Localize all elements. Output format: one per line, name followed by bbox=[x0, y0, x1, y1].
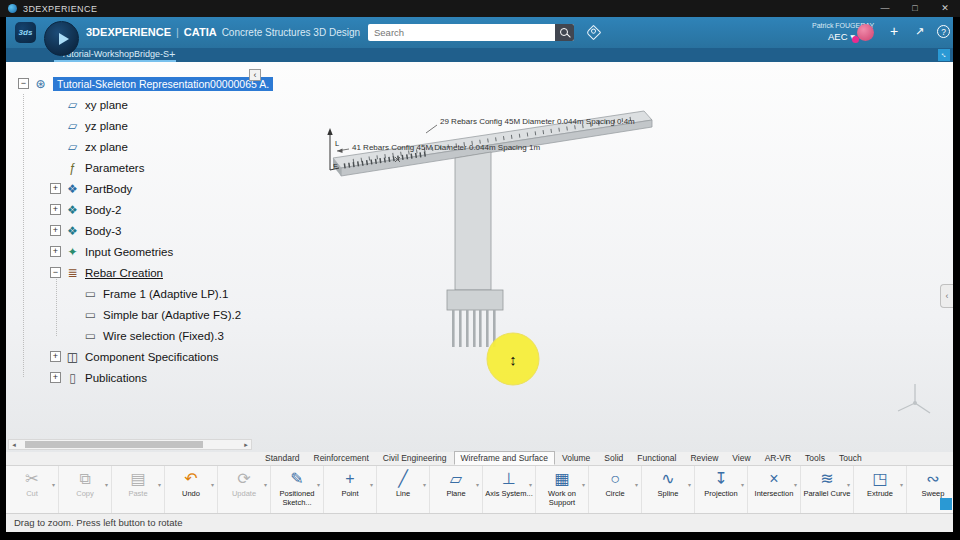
tree-item[interactable]: +◫Component Specifications bbox=[6, 346, 306, 367]
search-input[interactable] bbox=[368, 24, 555, 41]
viewport-area[interactable]: 29 Rebars Config 45M Diameter 0.044m Spa… bbox=[6, 62, 953, 452]
chevron-down-icon[interactable]: ▾ bbox=[476, 481, 479, 488]
chevron-down-icon[interactable]: ▾ bbox=[264, 481, 267, 488]
chevron-down-icon[interactable]: ▾ bbox=[158, 481, 161, 488]
axis-system-button[interactable]: ⊥▾Axis System... bbox=[483, 466, 536, 513]
ribbon-tab-reinforcement[interactable]: Reinforcement bbox=[307, 451, 376, 465]
tree-expander[interactable]: − bbox=[18, 78, 29, 89]
tree-item-label[interactable]: Input Geometries bbox=[85, 246, 173, 258]
pier-column[interactable] bbox=[455, 152, 491, 290]
chevron-down-icon[interactable]: ▾ bbox=[635, 481, 638, 488]
chevron-down-icon[interactable]: ▾ bbox=[688, 481, 691, 488]
extrude-button[interactable]: ◳▾Extrude bbox=[854, 466, 907, 513]
tree-item-label[interactable]: Component Specifications bbox=[85, 351, 219, 363]
projection-button[interactable]: ↧▾Projection bbox=[695, 466, 748, 513]
chevron-down-icon[interactable]: ▾ bbox=[423, 481, 426, 488]
tree-item[interactable]: +❖Body-3 bbox=[6, 220, 306, 241]
line-button[interactable]: ╱▾Line bbox=[377, 466, 430, 513]
minimize-button[interactable]: — bbox=[870, 0, 900, 17]
ribbon-tab-wireframe-and-surface[interactable]: Wireframe and Surface bbox=[454, 451, 555, 465]
tree-item-label[interactable]: Simple bar (Adaptive FS).2 bbox=[103, 309, 241, 321]
tree-item-label[interactable]: xy plane bbox=[85, 99, 128, 111]
chevron-down-icon[interactable]: ▾ bbox=[529, 481, 532, 488]
tree-item-label[interactable]: Frame 1 (Adaptive LP).1 bbox=[103, 288, 228, 300]
right-panel-handle[interactable]: ‹ bbox=[940, 284, 953, 308]
ribbon-tab-standard[interactable]: Standard bbox=[258, 451, 307, 465]
compass-button[interactable] bbox=[44, 21, 79, 56]
chevron-down-icon[interactable]: ▾ bbox=[847, 481, 850, 488]
tree-item[interactable]: ▱zx plane bbox=[6, 136, 306, 157]
tree-expander[interactable]: + bbox=[50, 183, 61, 194]
ribbon-tab-review[interactable]: Review bbox=[683, 451, 725, 465]
ribbon-tab-civil-engineering[interactable]: Civil Engineering bbox=[376, 451, 454, 465]
tag-icon[interactable] bbox=[586, 25, 602, 41]
annotation-rebar-config-2[interactable]: 41 Rebars Config 45M Diameter 0.044m Spa… bbox=[352, 143, 540, 152]
scroll-right-icon[interactable]: ▸ bbox=[241, 441, 251, 449]
tree-item-label[interactable]: Parameters bbox=[85, 162, 144, 174]
tree-item[interactable]: +✦Input Geometries bbox=[6, 241, 306, 262]
action-bar-overflow-button[interactable] bbox=[940, 498, 952, 510]
undo-button[interactable]: ↶▾Undo bbox=[165, 466, 218, 513]
new-tab-button[interactable]: + bbox=[169, 48, 175, 61]
chevron-down-icon[interactable]: ▾ bbox=[794, 481, 797, 488]
tree-item[interactable]: ƒParameters bbox=[6, 157, 306, 178]
tree-item[interactable]: ▭Simple bar (Adaptive FS).2 bbox=[6, 304, 306, 325]
ribbon-tab-view[interactable]: View bbox=[725, 451, 757, 465]
tree-item[interactable]: ▭Wire selection (Fixed).3 bbox=[6, 325, 306, 346]
tree-item-label[interactable]: Publications bbox=[85, 372, 147, 384]
ribbon-tab-ar-vr[interactable]: AR-VR bbox=[758, 451, 798, 465]
chevron-down-icon[interactable]: ▾ bbox=[582, 481, 585, 488]
help-button[interactable]: ? bbox=[937, 25, 950, 38]
tree-expander[interactable]: + bbox=[50, 225, 61, 236]
chevron-down-icon[interactable]: ▾ bbox=[370, 481, 373, 488]
tree-item[interactable]: +❖Body-2 bbox=[6, 199, 306, 220]
search-icon[interactable] bbox=[555, 24, 574, 41]
tree-item-label[interactable]: Rebar Creation bbox=[85, 267, 163, 279]
ribbon-tab-touch[interactable]: Touch bbox=[832, 451, 869, 465]
share-icon[interactable]: ↗ bbox=[915, 25, 924, 38]
view-compass-triad[interactable] bbox=[898, 384, 930, 413]
piles-group[interactable] bbox=[452, 310, 496, 347]
tree-expander[interactable]: + bbox=[50, 372, 61, 383]
scrollbar-track[interactable] bbox=[19, 440, 241, 449]
tree-expander[interactable]: − bbox=[50, 267, 61, 278]
tree-item-label[interactable]: PartBody bbox=[85, 183, 132, 195]
user-avatar[interactable] bbox=[857, 24, 874, 41]
tree-expander[interactable]: + bbox=[50, 246, 61, 257]
tree-item-label[interactable]: zx plane bbox=[85, 141, 128, 153]
search-bar[interactable] bbox=[368, 24, 574, 41]
point-button[interactable]: +▾Point bbox=[324, 466, 377, 513]
circle-button[interactable]: ○▾Circle bbox=[589, 466, 642, 513]
maximize-button[interactable]: □ bbox=[900, 0, 930, 17]
tree-item-label[interactable]: Body-2 bbox=[85, 204, 121, 216]
chevron-down-icon[interactable]: ▾ bbox=[900, 481, 903, 488]
pier-footing[interactable] bbox=[447, 290, 503, 310]
chevron-down-icon[interactable]: ▾ bbox=[317, 481, 320, 488]
tree-item-label[interactable]: Wire selection (Fixed).3 bbox=[103, 330, 224, 342]
chevron-down-icon[interactable]: ▾ bbox=[52, 481, 55, 488]
tree-horizontal-scrollbar[interactable]: ◂ ▸ bbox=[8, 439, 252, 450]
ribbon-tab-tools[interactable]: Tools bbox=[798, 451, 832, 465]
ribbon-tab-functional[interactable]: Functional bbox=[630, 451, 683, 465]
scrollbar-thumb[interactable] bbox=[25, 441, 203, 448]
intersection-button[interactable]: ×▾Intersection bbox=[748, 466, 801, 513]
collapse-tree-button[interactable]: ‹ bbox=[249, 69, 261, 81]
tree-root[interactable]: − ⊛ Tutorial-Skeleton Representation0000… bbox=[6, 73, 306, 94]
ribbon-tab-solid[interactable]: Solid bbox=[597, 451, 630, 465]
annotation-rebar-config-1[interactable]: 29 Rebars Config 45M Diameter 0.044m Spa… bbox=[440, 117, 635, 126]
tree-item[interactable]: +▯Publications bbox=[6, 367, 306, 388]
chevron-down-icon[interactable]: ▾ bbox=[741, 481, 744, 488]
plane-button[interactable]: ▱▾Plane bbox=[430, 466, 483, 513]
chevron-down-icon[interactable]: ▾ bbox=[105, 481, 108, 488]
tree-item[interactable]: +❖PartBody bbox=[6, 178, 306, 199]
tree-item[interactable]: ▭Frame 1 (Adaptive LP).1 bbox=[6, 283, 306, 304]
chevron-down-icon[interactable]: ▾ bbox=[211, 481, 214, 488]
tree-item-label[interactable]: Body-3 bbox=[85, 225, 121, 237]
tree-expander[interactable]: + bbox=[50, 204, 61, 215]
tree-item[interactable]: ▱yz plane bbox=[6, 115, 306, 136]
positioned-sketch-button[interactable]: ✎▾Positioned Sketch... bbox=[271, 466, 324, 513]
spline-button[interactable]: ∿▾Spline bbox=[642, 466, 695, 513]
close-button[interactable]: ✕ bbox=[930, 0, 960, 17]
parallel-curve-button[interactable]: ≋▾Parallel Curve bbox=[801, 466, 854, 513]
tree-expander[interactable]: + bbox=[50, 351, 61, 362]
